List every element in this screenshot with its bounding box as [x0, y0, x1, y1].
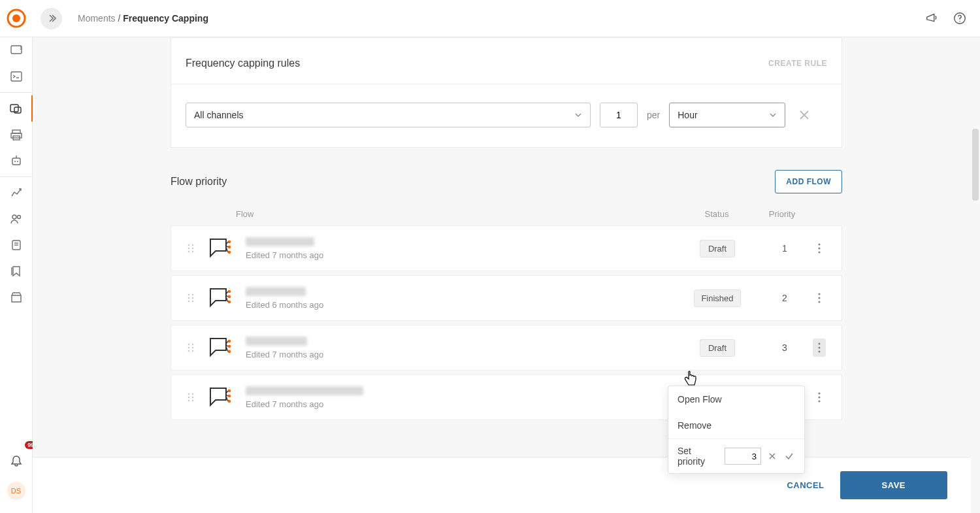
more-vertical-icon [818, 392, 821, 403]
rail-bookmark-icon[interactable] [0, 258, 33, 284]
flow-icon [208, 386, 234, 409]
svg-point-49 [818, 293, 820, 295]
svg-point-36 [818, 251, 820, 253]
svg-point-25 [192, 248, 194, 250]
rail-printer-icon[interactable] [0, 122, 33, 148]
help-icon[interactable] [953, 11, 967, 25]
flow-text: Edited 7 months ago [246, 386, 666, 409]
channel-select-value: All channels [194, 110, 244, 120]
drag-handle-icon[interactable] [187, 293, 196, 303]
rail-chat-icon[interactable] [0, 37, 33, 63]
announce-icon[interactable] [925, 11, 939, 25]
time-unit-value: Hour [678, 110, 697, 120]
priority-value: 2 [768, 293, 801, 303]
scrollbar-thumb[interactable] [972, 129, 979, 201]
svg-point-57 [192, 350, 194, 352]
rail-store-icon[interactable] [0, 284, 33, 310]
svg-point-29 [228, 246, 231, 249]
ctx-set-priority-label: Set priority [678, 446, 719, 467]
ctx-set-priority-row: Set priority [668, 439, 804, 473]
svg-rect-10 [12, 130, 20, 133]
svg-rect-7 [11, 72, 22, 81]
flow-priority-title: Flow priority [171, 176, 227, 188]
ctx-priority-input[interactable] [725, 448, 761, 465]
drag-handle-icon[interactable] [187, 243, 196, 254]
col-flow: Flow [236, 209, 678, 219]
flow-name-redacted [246, 337, 307, 346]
ctx-open-flow[interactable]: Open Flow [668, 386, 804, 412]
count-input[interactable] [600, 103, 638, 127]
row-menu-button[interactable] [813, 339, 826, 357]
svg-point-28 [228, 240, 231, 244]
ctx-remove[interactable]: Remove [668, 412, 804, 439]
add-flow-button[interactable]: ADD FLOW [775, 170, 842, 193]
rail-book-icon[interactable] [0, 232, 33, 258]
rail-people-icon[interactable] [0, 206, 33, 232]
svg-point-5 [20, 46, 22, 48]
rail-robot-icon[interactable] [0, 148, 33, 174]
svg-point-80 [818, 396, 820, 398]
svg-point-51 [818, 301, 820, 303]
cancel-button[interactable]: CANCEL [787, 480, 824, 490]
drag-handle-icon[interactable] [187, 392, 196, 403]
svg-point-70 [192, 397, 194, 399]
svg-point-24 [188, 248, 190, 250]
main-area: Frequency capping rules CREATE RULE All … [33, 37, 980, 513]
svg-rect-4 [11, 46, 22, 54]
svg-point-58 [228, 340, 231, 343]
flow-icon [208, 286, 234, 310]
svg-point-14 [14, 161, 16, 162]
svg-point-30 [228, 251, 231, 254]
svg-point-23 [192, 244, 194, 246]
bottom-action-bar: CANCEL SAVE [33, 457, 971, 513]
remove-rule-button[interactable] [794, 105, 814, 125]
frequency-capping-card: Frequency capping rules CREATE RULE All … [171, 37, 842, 148]
rail-terminal-icon[interactable] [0, 63, 33, 90]
app-logo[interactable] [0, 8, 33, 28]
row-menu-button[interactable] [813, 388, 826, 406]
ctx-confirm-icon[interactable] [783, 450, 795, 462]
flow-name-redacted [246, 386, 363, 395]
breadcrumb: Moments / Frequency Capping [78, 13, 208, 24]
more-vertical-icon [818, 342, 821, 353]
left-rail: 99+ DS [0, 37, 33, 513]
rail-analytics-icon[interactable] [0, 180, 33, 206]
flow-priority-section: Flow priority ADD FLOW Flow Status Prior… [171, 170, 842, 420]
svg-point-75 [228, 400, 231, 403]
svg-point-56 [188, 350, 190, 352]
time-unit-select[interactable]: Hour [669, 103, 785, 127]
row-menu-button[interactable] [813, 239, 826, 257]
create-rule-button[interactable]: CREATE RULE [768, 59, 827, 68]
rail-flows-icon[interactable] [0, 95, 33, 122]
svg-point-3 [959, 21, 960, 22]
save-button[interactable]: SAVE [840, 471, 947, 499]
svg-point-66 [818, 350, 820, 352]
flow-sub: Edited 7 months ago [246, 250, 666, 260]
svg-point-64 [818, 342, 820, 344]
priority-value: 3 [768, 342, 801, 353]
rail-notifications-icon[interactable]: 99+ [0, 448, 33, 474]
row-menu-button[interactable] [813, 289, 826, 307]
top-header: Moments / Frequency Capping [0, 0, 980, 37]
status-badge: Finished [694, 290, 740, 307]
flow-icon [208, 237, 234, 260]
drag-handle-icon[interactable] [187, 342, 196, 353]
svg-point-15 [17, 161, 18, 162]
flow-row: Edited 6 months ago Finished 2 [171, 275, 842, 321]
more-vertical-icon [818, 243, 821, 254]
chevron-down-icon [574, 111, 582, 119]
ctx-cancel-icon[interactable] [766, 450, 778, 462]
svg-point-43 [228, 290, 231, 293]
more-vertical-icon [818, 293, 821, 303]
channel-select[interactable]: All channels [186, 103, 591, 127]
col-status: Status [678, 209, 756, 219]
svg-point-18 [17, 216, 20, 219]
flow-icon [208, 336, 234, 359]
svg-point-38 [192, 294, 194, 296]
collapse-sidebar-button[interactable] [41, 8, 62, 29]
svg-point-59 [228, 345, 231, 348]
priority-value: 1 [768, 243, 801, 254]
user-avatar[interactable]: DS [7, 482, 25, 500]
breadcrumb-parent[interactable]: Moments [78, 13, 116, 24]
flow-row: Edited 7 months ago Draft 1 [171, 225, 842, 271]
